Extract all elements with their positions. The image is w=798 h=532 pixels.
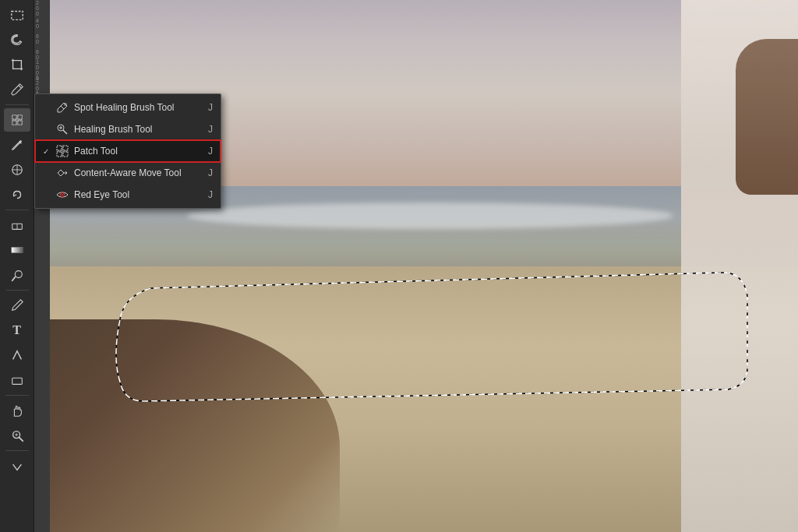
ruler: 200 40 60 80 1000 1200 1400 1600 1800 [34, 0, 50, 532]
tool-path-selection[interactable] [4, 344, 30, 367]
svg-rect-28 [57, 152, 62, 157]
red-eye-label: Red Eye Tool [74, 189, 213, 200]
svg-point-15 [15, 271, 22, 278]
content-aware-label: Content-Aware Move Tool [74, 167, 213, 178]
healing-brush-shortcut: J [208, 124, 213, 135]
svg-rect-26 [57, 146, 62, 150]
flyout-item-healing-brush[interactable]: Healing Brush Tool J [35, 118, 221, 140]
svg-rect-0 [11, 12, 22, 20]
svg-rect-27 [63, 146, 68, 150]
spot-healing-label: Spot Healing Brush Tool [74, 102, 213, 113]
tool-crop[interactable] [4, 53, 30, 76]
svg-rect-2 [12, 115, 16, 119]
content-aware-shortcut: J [208, 167, 213, 178]
tool-gradient[interactable] [4, 238, 30, 262]
tool-clone-stamp[interactable] [4, 158, 30, 181]
svg-rect-14 [11, 247, 22, 252]
check-patch: ✓ [43, 147, 52, 156]
tool-eyedropper[interactable] [4, 78, 30, 101]
toolbar: T [0, 0, 34, 532]
svg-rect-4 [12, 121, 16, 125]
spot-healing-icon [55, 100, 69, 115]
tool-text[interactable]: T [4, 319, 30, 342]
canvas-background: @keyframes marchAnts { to { stroke-dasho… [34, 0, 798, 532]
tool-eraser[interactable] [4, 213, 30, 237]
svg-rect-16 [12, 378, 22, 384]
svg-line-23 [63, 130, 67, 134]
ruler-tick: 60 [34, 31, 50, 47]
flyout-item-content-aware[interactable]: Content-Aware Move Tool J [35, 162, 221, 184]
healing-brush-icon [55, 122, 69, 136]
tool-extra[interactable] [4, 454, 30, 477]
spot-healing-shortcut: J [208, 102, 213, 113]
tool-dodge[interactable] [4, 263, 30, 287]
red-eye-shortcut: J [208, 189, 213, 200]
healing-brush-label: Healing Brush Tool [74, 124, 213, 135]
person-layer [681, 0, 798, 532]
svg-line-18 [19, 438, 23, 442]
tool-rectangular-marquee[interactable] [4, 3, 30, 26]
flyout-item-spot-healing[interactable]: Spot Healing Brush Tool J [35, 97, 221, 118]
tool-brush[interactable] [4, 133, 30, 157]
tool-pen[interactable] [4, 294, 30, 317]
tool-lasso[interactable] [4, 28, 30, 51]
svg-point-34 [62, 194, 63, 196]
tool-zoom[interactable] [4, 424, 30, 447]
flyout-item-red-eye[interactable]: Red Eye Tool J [35, 184, 221, 206]
tool-healing-brush[interactable] [4, 108, 30, 132]
tool-shape[interactable] [4, 368, 30, 392]
ruler-tick: 200 [34, 0, 50, 16]
flyout-item-patch[interactable]: ✓ Patch Tool J [35, 140, 221, 162]
svg-line-1 [18, 86, 21, 89]
svg-rect-5 [17, 121, 21, 125]
person-hair [736, 39, 798, 195]
tool-hand[interactable] [4, 399, 30, 422]
svg-rect-3 [17, 115, 21, 119]
content-aware-icon [55, 166, 69, 180]
wave-highlight [187, 203, 673, 229]
patch-shortcut: J [208, 146, 213, 157]
red-eye-icon [55, 188, 69, 202]
tool-history-brush[interactable] [4, 183, 30, 206]
ruler-tick: 40 [34, 16, 50, 31]
tool-flyout: Spot Healing Brush Tool J Healing Brush … [34, 93, 221, 209]
svg-point-21 [64, 103, 67, 106]
patch-label: Patch Tool [74, 146, 213, 157]
svg-rect-29 [63, 152, 68, 157]
patch-icon [55, 144, 69, 158]
